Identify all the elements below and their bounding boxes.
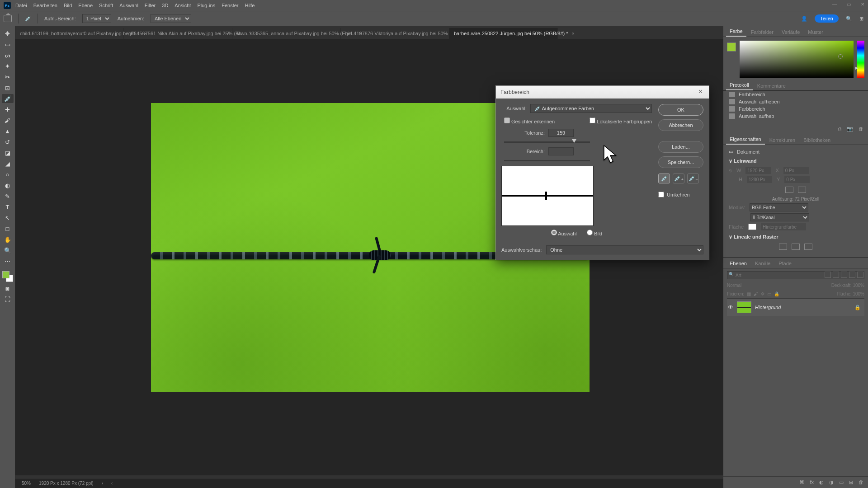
lock-pixels-icon[interactable]: 🖌 xyxy=(754,291,758,296)
tolerance-slider[interactable] xyxy=(504,141,590,143)
lock-artboard-icon[interactable]: ▭ xyxy=(767,291,771,296)
workspace-icon[interactable]: ⊞ xyxy=(859,16,863,22)
close-icon[interactable]: × xyxy=(572,31,575,36)
lock-transparent-icon[interactable]: ▦ xyxy=(747,291,751,296)
blend-mode[interactable]: Normal xyxy=(727,283,741,288)
history-item[interactable]: Auswahl aufheb xyxy=(723,113,868,120)
select-subject-tool[interactable]: ✦ xyxy=(2,61,14,70)
window-minimize-icon[interactable]: — xyxy=(832,2,837,7)
tab-layers[interactable]: Ebenen xyxy=(726,259,750,268)
menu-item[interactable]: Bearbeiten xyxy=(33,3,57,8)
screen-mode-tool[interactable]: ⛶ xyxy=(2,295,14,304)
layer-thumbnail[interactable] xyxy=(737,301,751,313)
visibility-icon[interactable]: 👁 xyxy=(728,304,733,310)
opacity-value[interactable]: 100% xyxy=(853,283,864,288)
tab-swatches[interactable]: Farbfelder xyxy=(747,28,777,37)
menu-item[interactable]: Bild xyxy=(64,3,72,8)
hand-tool[interactable]: ✋ xyxy=(2,235,14,244)
move-tool[interactable]: ✥ xyxy=(2,29,14,38)
landscape-icon[interactable] xyxy=(798,187,806,193)
gradient-tool[interactable]: ◢ xyxy=(2,159,14,168)
tab-channels[interactable]: Kanäle xyxy=(751,259,774,268)
snapshot-icon[interactable]: ⎙ xyxy=(838,126,841,132)
edit-toolbar[interactable]: ⋯ xyxy=(2,257,14,266)
load-button[interactable]: Laden... xyxy=(658,141,703,153)
y-input[interactable] xyxy=(784,176,810,183)
ok-button[interactable]: OK xyxy=(658,104,703,116)
menu-item[interactable]: Datei xyxy=(15,3,27,8)
document-tab[interactable]: child-613199_bottomlayercut0 auf Pixabay… xyxy=(15,28,124,39)
dodge-tool[interactable]: ◐ xyxy=(2,181,14,190)
menu-item[interactable]: 3D xyxy=(162,3,168,8)
localized-colors-checkbox[interactable] xyxy=(590,117,595,123)
eyedropper-icon[interactable]: 💉 xyxy=(658,174,670,183)
document-tab[interactable]: gift-4567561 Nika Akin auf Pixabay.jpg b… xyxy=(124,28,232,39)
zoom-value[interactable]: 50% xyxy=(22,481,31,486)
hue-slider[interactable] xyxy=(857,41,864,78)
sample-size-select[interactable]: 1 Pixel xyxy=(82,14,111,23)
document-tab[interactable]: barbed-wire-250822 Jürgen.jpg bei 50% (R… xyxy=(449,28,558,39)
share-button[interactable]: Teilen xyxy=(815,14,839,23)
ruler-icon[interactable] xyxy=(779,244,787,250)
history-item[interactable]: Farbbereich xyxy=(723,91,868,98)
tab-paths[interactable]: Pfade xyxy=(775,259,795,268)
lock-all-icon[interactable]: 🔒 xyxy=(774,291,779,296)
home-icon[interactable] xyxy=(4,15,12,22)
fill-value[interactable]: 100% xyxy=(853,291,864,296)
preview-image-radio[interactable]: Bild xyxy=(587,230,602,236)
document-tab[interactable]: lawn-1335365_annca auf Pixabay.jpg bei 5… xyxy=(232,28,341,39)
guides-icon[interactable] xyxy=(804,244,812,250)
brush-tool[interactable]: 🖌 xyxy=(2,116,14,125)
width-input[interactable] xyxy=(745,167,771,174)
rectangle-tool[interactable]: □ xyxy=(2,224,14,233)
section-canvas[interactable]: ∨ Leinwand xyxy=(729,158,863,164)
dialog-titlebar[interactable]: Farbbereich ✕ xyxy=(496,86,709,99)
fill-swatch[interactable] xyxy=(748,224,756,230)
link-layers-icon[interactable]: ⌘ xyxy=(799,479,804,485)
text-tool[interactable]: T xyxy=(2,202,14,211)
tab-adjustments[interactable]: Korrekturen xyxy=(766,136,799,145)
grid-icon[interactable] xyxy=(792,244,800,250)
window-restore-icon[interactable]: ▭ xyxy=(847,2,851,7)
trash-icon[interactable]: 🗑 xyxy=(859,126,863,132)
select-method-dropdown[interactable]: 💉 Aufgenommene Farben xyxy=(530,104,652,113)
tab-color[interactable]: Farbe xyxy=(726,27,746,37)
x-input[interactable] xyxy=(783,167,809,174)
menu-item[interactable]: Ebene xyxy=(78,3,93,8)
marquee-tool[interactable]: ▭ xyxy=(2,40,14,49)
foreground-swatch[interactable] xyxy=(2,271,9,278)
tab-comments[interactable]: Kommentare xyxy=(754,81,789,90)
crop-tool[interactable]: ✂ xyxy=(2,72,14,81)
filter-icon[interactable] xyxy=(833,272,839,278)
lock-icon[interactable]: 🔒 xyxy=(854,305,861,310)
menu-item[interactable]: Fenster xyxy=(222,3,238,8)
menu-item[interactable]: Plug-ins xyxy=(197,3,215,8)
history-item[interactable]: Farbbereich xyxy=(723,105,868,113)
new-layer-icon[interactable]: ⊞ xyxy=(849,479,853,485)
lasso-tool[interactable]: ᔕ xyxy=(2,51,14,60)
path-select-tool[interactable]: ↖ xyxy=(2,213,14,222)
frame-tool[interactable]: ⊡ xyxy=(2,83,14,92)
bit-select[interactable]: 8 Bit/Kanal xyxy=(750,213,809,221)
history-brush-tool[interactable]: ↺ xyxy=(2,137,14,146)
camera-icon[interactable]: 📷 xyxy=(847,126,853,132)
user-icon[interactable]: 👤 xyxy=(801,16,807,22)
menu-item[interactable]: Schrift xyxy=(99,3,113,8)
close-icon[interactable]: ✕ xyxy=(698,88,705,95)
filter-icon[interactable] xyxy=(841,272,847,278)
preview-selection-radio[interactable]: Auswahl xyxy=(551,230,577,236)
fx-icon[interactable]: fx xyxy=(810,479,814,485)
layer-name[interactable]: Hintergrund xyxy=(755,305,781,310)
eyedropper-tool[interactable]: 💉 xyxy=(2,94,14,103)
filter-icon[interactable] xyxy=(857,272,863,278)
cancel-button[interactable]: Abbrechen xyxy=(658,119,703,131)
eyedropper-subtract-icon[interactable]: 💉₋ xyxy=(687,174,699,183)
tab-libraries[interactable]: Bibliotheken xyxy=(800,136,834,145)
filter-icon[interactable] xyxy=(849,272,855,278)
tab-gradients[interactable]: Verläufe xyxy=(778,28,803,37)
menu-item[interactable]: Filter xyxy=(145,3,156,8)
eyedropper-add-icon[interactable]: 💉₊ xyxy=(673,174,684,183)
mode-select[interactable]: RGB-Farbe xyxy=(750,203,808,211)
stamp-tool[interactable]: ▲ xyxy=(2,127,14,136)
tab-properties[interactable]: Eigenschaften xyxy=(726,135,765,145)
